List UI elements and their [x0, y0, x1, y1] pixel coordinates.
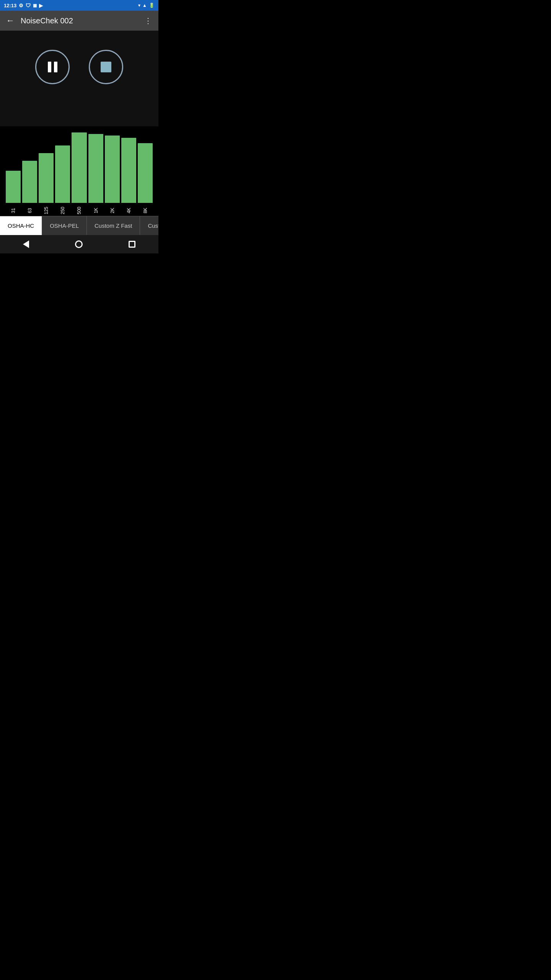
bar-group-31 [6, 171, 21, 203]
menu-button[interactable]: ⋮ [144, 16, 152, 25]
battery-icon: 🔋 [149, 3, 155, 8]
stop-button[interactable] [89, 50, 123, 84]
tab-custom-slow[interactable]: Custom Slow [140, 216, 158, 235]
bar-label-31: 31 [8, 203, 19, 218]
bar-label-500: 500 [74, 203, 85, 218]
bar-label-250: 250 [57, 203, 68, 218]
pause-bar-right [54, 62, 57, 72]
bar-group-8K [138, 143, 153, 203]
settings-icon: ⚙ [19, 3, 23, 8]
nav-recents-button[interactable] [129, 241, 135, 248]
wifi-icon: ▾ [138, 3, 140, 8]
pause-icon [47, 61, 58, 73]
chart-area: 31631252505001K2K4K8K [0, 126, 158, 216]
bar-63 [22, 161, 37, 203]
nav-home-button[interactable] [75, 240, 83, 248]
pause-bar-left [48, 62, 51, 72]
bar-group-250 [55, 145, 70, 203]
bar-group-125 [39, 153, 54, 203]
sim-icon: ▦ [33, 3, 37, 8]
bar-group-4K [121, 138, 136, 203]
tab-osha-hc[interactable]: OSHA-HC [0, 216, 42, 235]
spacer [0, 96, 158, 126]
status-time: 12:13 [4, 3, 16, 8]
play-icon: ▶ [39, 3, 43, 8]
bar-label-2K: 2K [107, 203, 117, 218]
bar-label-4K: 4K [123, 203, 134, 218]
tab-custom-z-fast[interactable]: Custom Z Fast [87, 216, 140, 235]
bar-500 [72, 132, 86, 203]
status-left: 12:13 ⚙ 🛡 ▦ ▶ [4, 3, 43, 8]
bar-label-1K: 1K [90, 203, 101, 218]
status-right: ▾ ▲ 🔋 [138, 3, 155, 8]
tabs-row: OSHA-HCOSHA-PELCustom Z FastCustom Slow [0, 216, 158, 235]
bar-label-8K: 8K [140, 203, 150, 218]
home-circle-icon [75, 240, 83, 248]
app-bar: ← NoiseChek 002 ⋮ [0, 11, 158, 31]
bar-group-1K [88, 134, 103, 203]
app-title: NoiseChek 002 [21, 16, 138, 25]
signal-icon: ▲ [142, 3, 147, 8]
nav-bar [0, 235, 158, 253]
bar-2K [105, 136, 120, 203]
back-button[interactable]: ← [6, 16, 15, 26]
bar-label-125: 125 [41, 203, 52, 218]
pause-button[interactable] [35, 50, 70, 84]
recents-square-icon [129, 241, 135, 248]
tab-osha-pel[interactable]: OSHA-PEL [42, 216, 87, 235]
nav-back-button[interactable] [23, 240, 29, 248]
stop-icon [101, 62, 111, 72]
back-triangle-icon [23, 240, 29, 248]
main-content: 31631252505001K2K4K8K [0, 31, 158, 216]
bar-31 [6, 171, 21, 203]
bar-8K [138, 143, 153, 203]
status-bar: 12:13 ⚙ 🛡 ▦ ▶ ▾ ▲ 🔋 [0, 0, 158, 11]
bar-group-63 [22, 161, 37, 203]
bar-250 [55, 145, 70, 203]
controls-row [0, 42, 158, 96]
shield-icon: 🛡 [26, 3, 31, 8]
bar-label-63: 63 [24, 203, 35, 218]
bar-4K [121, 138, 136, 203]
bar-group-2K [105, 136, 120, 203]
bar-1K [88, 134, 103, 203]
bar-group-500 [72, 132, 86, 203]
bars-container [4, 126, 155, 203]
labels-row: 31631252505001K2K4K8K [4, 203, 155, 216]
bar-125 [39, 153, 54, 203]
